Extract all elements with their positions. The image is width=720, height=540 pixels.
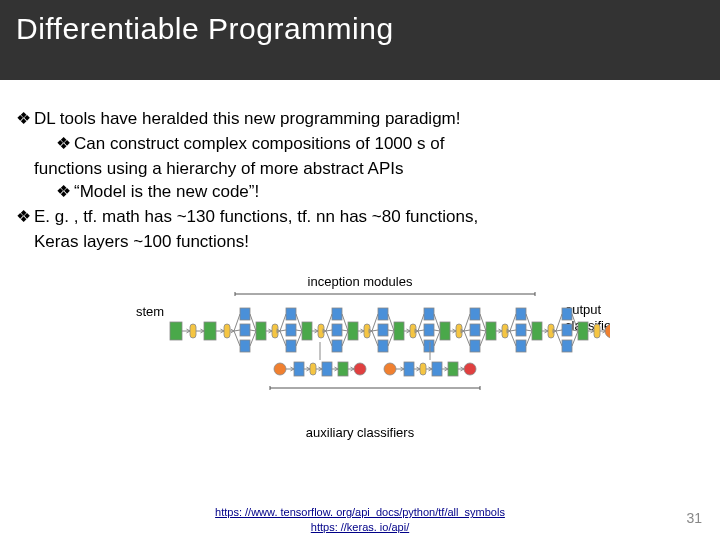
svg-line-108 — [480, 314, 486, 331]
svg-line-94 — [434, 330, 440, 331]
svg-line-91 — [434, 314, 440, 331]
svg-line-21 — [234, 314, 240, 331]
bullet-level0: ❖ E. g. , tf. math has ~130 functions, t… — [16, 206, 704, 229]
svg-line-111 — [480, 330, 486, 331]
svg-line-57 — [342, 314, 348, 331]
svg-line-38 — [280, 314, 286, 331]
svg-line-126 — [510, 330, 516, 331]
svg-rect-56 — [332, 308, 342, 320]
footer-links: https: //www. tensorflow. org/api_docs/p… — [0, 505, 720, 534]
svg-point-187 — [354, 363, 366, 375]
svg-text:stem: stem — [136, 304, 164, 319]
svg-rect-202 — [432, 362, 442, 376]
svg-rect-93 — [424, 324, 434, 336]
svg-rect-149 — [578, 322, 588, 340]
svg-rect-107 — [470, 308, 480, 320]
svg-line-29 — [250, 331, 256, 346]
svg-rect-64 — [348, 322, 358, 340]
svg-rect-144 — [562, 324, 572, 336]
svg-line-125 — [526, 314, 532, 331]
svg-rect-5 — [170, 322, 182, 340]
svg-line-80 — [388, 331, 394, 346]
svg-rect-47 — [302, 322, 312, 340]
svg-rect-73 — [378, 308, 388, 320]
svg-line-146 — [556, 331, 562, 346]
svg-rect-22 — [240, 308, 250, 320]
svg-line-129 — [510, 331, 516, 346]
svg-line-140 — [556, 314, 562, 331]
svg-rect-130 — [516, 340, 526, 352]
svg-rect-198 — [420, 363, 426, 375]
svg-rect-81 — [394, 322, 404, 340]
svg-rect-17 — [224, 324, 230, 338]
svg-line-89 — [418, 314, 424, 331]
svg-rect-124 — [516, 308, 526, 320]
svg-rect-30 — [256, 322, 266, 340]
svg-line-61 — [326, 331, 332, 346]
page-number: 31 — [686, 510, 702, 526]
svg-line-75 — [372, 330, 378, 331]
svg-line-148 — [572, 331, 578, 346]
svg-rect-113 — [470, 340, 480, 352]
svg-rect-59 — [332, 324, 342, 336]
bullet-continuation: functions using a hierarchy of more abst… — [16, 158, 704, 181]
svg-line-78 — [372, 331, 378, 346]
svg-rect-98 — [440, 322, 450, 340]
svg-rect-171 — [294, 362, 304, 376]
svg-rect-25 — [240, 324, 250, 336]
diagram-svg: inception modulesstemoutputclassifieraux… — [110, 272, 610, 442]
svg-rect-115 — [486, 322, 496, 340]
svg-rect-96 — [424, 340, 434, 352]
bullet-text: E. g. , tf. math has ~130 functions, tf.… — [34, 206, 704, 229]
svg-rect-79 — [378, 340, 388, 352]
bullet-level1: ❖ “Model is the new code”! — [16, 181, 704, 204]
svg-line-27 — [234, 331, 240, 346]
svg-rect-132 — [532, 322, 542, 340]
svg-line-95 — [418, 331, 424, 346]
svg-line-72 — [372, 314, 378, 331]
diamond-bullet-icon: ❖ — [56, 133, 74, 156]
svg-line-74 — [388, 314, 394, 331]
svg-rect-62 — [332, 340, 342, 352]
svg-line-109 — [464, 330, 470, 331]
svg-line-123 — [510, 314, 516, 331]
diamond-bullet-icon: ❖ — [16, 206, 34, 229]
svg-rect-13 — [204, 322, 216, 340]
svg-rect-147 — [562, 340, 572, 352]
svg-line-92 — [418, 330, 424, 331]
bullet-text: “Model is the new code”! — [74, 181, 704, 204]
slide-header: Differentiable Programming — [0, 0, 720, 80]
diamond-bullet-icon: ❖ — [16, 108, 34, 131]
slide-body: ❖ DL tools have heralded this new progra… — [0, 80, 720, 262]
svg-line-106 — [464, 314, 470, 331]
bullet-continuation: Keras layers ~100 functions! — [16, 231, 704, 254]
svg-text:auxiliary classifiers: auxiliary classifiers — [306, 425, 415, 440]
svg-line-97 — [434, 331, 440, 346]
svg-line-46 — [296, 331, 302, 346]
svg-line-58 — [326, 330, 332, 331]
svg-point-210 — [464, 363, 476, 375]
svg-line-63 — [342, 331, 348, 346]
keras-api-link[interactable]: https: //keras. io/api/ — [311, 521, 409, 533]
svg-line-114 — [480, 331, 486, 346]
bullet-level0: ❖ DL tools have heralded this new progra… — [16, 108, 704, 131]
svg-line-24 — [234, 330, 240, 331]
svg-rect-183 — [338, 362, 348, 376]
svg-line-55 — [326, 314, 332, 331]
svg-line-60 — [342, 330, 348, 331]
svg-line-131 — [526, 331, 532, 346]
svg-line-26 — [250, 330, 256, 331]
svg-rect-45 — [286, 340, 296, 352]
svg-rect-76 — [378, 324, 388, 336]
svg-line-44 — [280, 331, 286, 346]
tensorflow-api-link[interactable]: https: //www. tensorflow. org/api_docs/p… — [215, 506, 505, 518]
svg-rect-39 — [286, 308, 296, 320]
svg-line-143 — [556, 330, 562, 331]
bullet-text: Can construct complex compositions of 10… — [74, 133, 704, 156]
svg-line-77 — [388, 330, 394, 331]
diamond-bullet-icon: ❖ — [56, 181, 74, 204]
svg-point-167 — [274, 363, 286, 375]
svg-rect-141 — [562, 308, 572, 320]
svg-line-40 — [296, 314, 302, 331]
svg-line-43 — [296, 330, 302, 331]
